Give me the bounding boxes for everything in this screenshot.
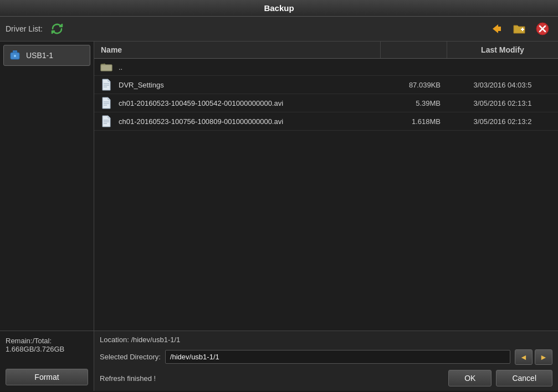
svg-rect-1 [498, 27, 501, 31]
prev-button[interactable]: ◄ [515, 349, 533, 365]
file-list-header: Name Last Modify [94, 42, 558, 59]
selected-dir-row: Selected Directory: ◄ ► [100, 349, 552, 365]
bottom-info: Remain:/Total: 1.668GB/3.726GB Format Lo… [0, 331, 558, 391]
file-date-cell: 3/03/2016 04:03:5 [447, 81, 558, 89]
sidebar: USB1-1 [0, 42, 94, 331]
svg-marker-0 [493, 24, 498, 33]
main-area: USB1-1 Name Last Modify .. DVR_Settings8… [0, 42, 558, 331]
format-button[interactable]: Format [6, 369, 88, 385]
close-icon [535, 21, 550, 37]
selected-dir-label: Selected Directory: [100, 353, 161, 361]
svg-rect-3 [522, 28, 523, 31]
file-date-cell: 3/05/2016 02:13:1 [447, 99, 558, 107]
table-row[interactable]: ch01-20160523-100756-100809-001000000000… [94, 112, 558, 131]
col-name-header: Name [94, 42, 381, 58]
file-icon [99, 79, 114, 91]
file-list-container: Name Last Modify .. DVR_Settings87.039KB… [94, 42, 558, 331]
close-button[interactable] [533, 20, 552, 38]
ok-button[interactable]: OK [448, 370, 492, 386]
file-name-cell: .. [114, 63, 381, 71]
new-folder-button[interactable] [509, 20, 529, 38]
remain-label: Remain:/Total: [6, 337, 88, 345]
file-name-cell: ch01-20160523-100459-100542-001000000000… [114, 99, 381, 107]
cancel-button[interactable]: Cancel [496, 370, 552, 386]
usb-drive-item[interactable]: USB1-1 [3, 45, 90, 66]
file-size-cell: 5.39MB [381, 99, 447, 107]
bottom-area: Remain:/Total: 1.668GB/3.726GB Format Lo… [0, 331, 558, 391]
location-label: Location: [100, 336, 129, 344]
location-row: Location: /hidev/usb1-1/1 [100, 336, 552, 344]
toolbar-right [486, 20, 552, 38]
usb-drive-label: USB1-1 [26, 51, 53, 60]
window-title: Backup [264, 3, 294, 13]
selected-dir-input[interactable] [165, 350, 510, 364]
table-row[interactable]: ch01-20160523-100459-100542-001000000000… [94, 94, 558, 112]
toolbar: Driver List: [0, 17, 558, 42]
new-folder-icon [511, 21, 527, 37]
next-button[interactable]: ► [535, 349, 552, 365]
file-icon [99, 115, 114, 127]
col-size-header [381, 42, 447, 58]
nav-buttons: ◄ ► [515, 349, 552, 365]
remain-value: 1.668GB/3.726GB [6, 345, 88, 353]
status-row: Refresh finished ! OK Cancel [100, 370, 552, 386]
file-size-cell: 1.618MB [381, 117, 447, 126]
status-text: Refresh finished ! [100, 374, 156, 383]
location-path: /hidev/usb1-1/1 [131, 336, 180, 344]
refresh-button[interactable] [47, 20, 67, 38]
title-bar: Backup [0, 0, 558, 17]
file-icon [99, 97, 114, 109]
svg-rect-10 [101, 65, 112, 71]
file-name-cell: ch01-20160523-100756-100809-001000000000… [114, 117, 381, 126]
file-date-cell: 3/05/2016 02:13:2 [447, 117, 558, 126]
toolbar-left: Driver List: [6, 20, 67, 38]
bottom-left: Remain:/Total: 1.668GB/3.726GB Format [0, 331, 94, 391]
back-button[interactable] [486, 20, 506, 38]
col-date-header: Last Modify [447, 42, 558, 58]
svg-point-9 [14, 55, 16, 57]
file-size-cell: 87.039KB [381, 81, 447, 89]
folder-icon [99, 61, 114, 73]
action-buttons: OK Cancel [448, 370, 552, 386]
refresh-icon [50, 22, 64, 35]
file-name-cell: DVR_Settings [114, 81, 381, 89]
table-row[interactable]: DVR_Settings87.039KB3/03/2016 04:03:5 [94, 76, 558, 94]
bottom-right: Location: /hidev/usb1-1/1 Selected Direc… [94, 331, 558, 391]
usb-icon [8, 49, 22, 62]
driver-list-label: Driver List: [6, 24, 43, 33]
svg-rect-8 [13, 50, 17, 53]
file-list: .. DVR_Settings87.039KB3/03/2016 04:03:5… [94, 59, 558, 331]
back-icon [488, 21, 504, 37]
table-row[interactable]: .. [94, 59, 558, 76]
